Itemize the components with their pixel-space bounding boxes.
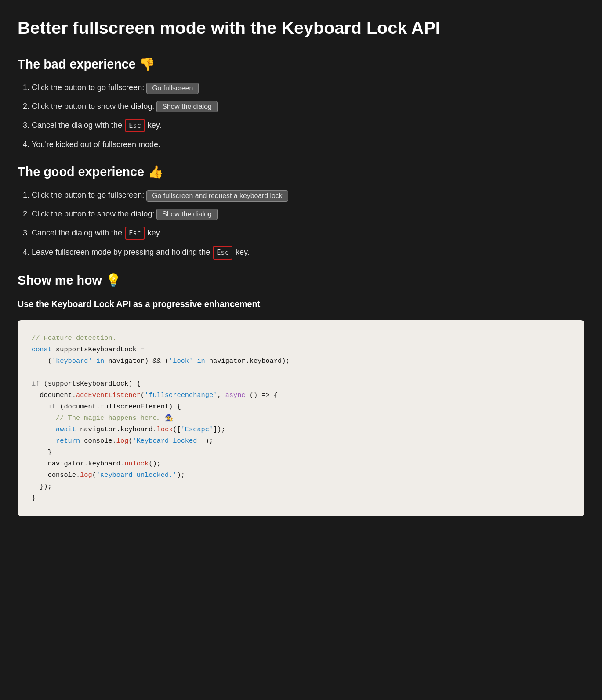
good-step-2-text: Click the button to show the dialog: (32, 209, 154, 218)
show-dialog-good-button[interactable]: Show the dialog (156, 209, 218, 220)
bad-step-2: Click the button to show the dialog: Sho… (32, 100, 584, 113)
good-step-3: Cancel the dialog with the Esc key. (32, 227, 584, 240)
good-step-3-text-after: key. (145, 228, 162, 237)
bad-step-1-text: Click the button to go fullscreen: (32, 83, 144, 92)
bad-step-3-text-before: Cancel the dialog with the (32, 121, 124, 130)
show-me-how-heading: Show me how 💡 (18, 270, 584, 290)
bad-step-4-text: You're kicked out of fullscreen mode. (32, 140, 160, 149)
page-title: Better fullscreen mode with the Keyboard… (18, 14, 584, 42)
bad-experience-list: Click the button to go fullscreen: Go fu… (32, 81, 584, 151)
good-step-1-text: Click the button to go fullscreen: (32, 191, 144, 199)
go-fullscreen-bad-button[interactable]: Go fullscreen (146, 83, 199, 94)
good-step-4-text-before: Leave fullscreen mode by pressing and ho… (32, 248, 212, 256)
progressive-enhancement-subheading: Use the Keyboard Lock API as a progressi… (18, 297, 584, 311)
esc-key-bad: Esc (125, 119, 145, 132)
bad-step-3-text-after: key. (145, 121, 162, 130)
show-dialog-bad-button[interactable]: Show the dialog (156, 101, 218, 112)
go-fullscreen-good-button[interactable]: Go fullscreen and request a keyboard loc… (146, 190, 288, 202)
esc-key-good-2: Esc (213, 246, 232, 259)
good-step-4: Leave fullscreen mode by pressing and ho… (32, 246, 584, 259)
good-step-4-text-after: key. (233, 248, 250, 256)
good-experience-list: Click the button to go fullscreen: Go fu… (32, 189, 584, 260)
bad-step-3: Cancel the dialog with the Esc key. (32, 119, 584, 132)
good-step-3-text-before: Cancel the dialog with the (32, 228, 124, 237)
bad-step-4: You're kicked out of fullscreen mode. (32, 138, 584, 151)
bad-step-1: Click the button to go fullscreen: Go fu… (32, 81, 584, 94)
esc-key-good-1: Esc (125, 227, 145, 240)
code-block: // Feature detection. const supportsKeyb… (18, 320, 584, 516)
bad-step-2-text: Click the button to show the dialog: (32, 102, 154, 111)
bad-experience-heading: The bad experience 👎 (18, 54, 584, 74)
good-step-1: Click the button to go fullscreen: Go fu… (32, 189, 584, 202)
good-experience-heading: The good experience 👍 (18, 162, 584, 182)
good-step-2: Click the button to show the dialog: Sho… (32, 208, 584, 220)
